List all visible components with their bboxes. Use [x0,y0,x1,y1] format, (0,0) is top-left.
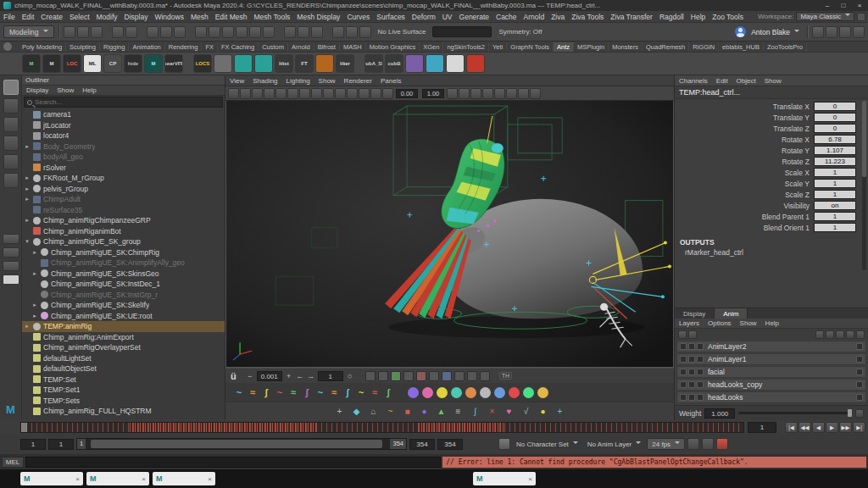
add-empty-layer-icon[interactable] [856,330,865,339]
snap-projected-center-icon[interactable] [236,26,248,38]
step-back-button[interactable]: ◀ [812,422,825,433]
taskbar-window-button[interactable]: M × [153,472,215,485]
shelf-item-button[interactable] [254,54,273,73]
taskbar-window-button[interactable]: M × [20,472,83,485]
channel-row[interactable]: Rotate X 6.78 [675,134,868,145]
channel-box-menu-item[interactable]: Channels [675,77,712,85]
close-icon[interactable]: × [75,475,80,483]
anim-layer-row[interactable]: headLooks_copy [676,379,866,391]
outliner-item[interactable]: Chimp_animRigUE_SK:AnimplifyAlly_geo [22,258,225,269]
animbot-shelf-icon[interactable]: ● [419,407,431,416]
animation-end-field[interactable]: 354 [437,439,463,450]
animbot-shelf-icon[interactable]: √ [520,407,532,416]
shelf-item-button[interactable]: cubA_SF [364,54,383,73]
auto-keyframe-icon[interactable] [716,438,728,450]
outliner-item[interactable]: defaultObjectSet [22,363,225,374]
symmetry-label[interactable]: Symmetry: Off [498,28,542,36]
outliner-item[interactable]: ▸ Chimp_animRigUE_SK:SkelIfy [22,300,225,311]
curve-preset-icon[interactable]: ∫ [300,387,314,397]
range-slider[interactable]: 1 354 [76,438,407,450]
gamma-field[interactable]: 1.00 [422,89,444,98]
layer-editor-menu-item[interactable]: Options [704,319,736,327]
channel-row[interactable]: Visibility on [675,200,868,211]
expand-icon[interactable]: ▸ [24,196,31,202]
channel-name[interactable]: Scale Y [675,180,814,188]
channel-box-menu-item[interactable]: Show [760,77,786,85]
animbot-picker-icon[interactable] [465,387,476,398]
animbot-shelf-icon[interactable]: × [487,407,498,416]
curve-preset-icon[interactable]: ≈ [287,387,300,397]
animbot-tool-icon[interactable] [416,371,426,381]
menu-item[interactable]: Arnold [520,13,548,21]
outliner-menu-item[interactable]: Display [22,86,53,94]
outliner-item[interactable]: reSurface35 [22,205,225,216]
shelf-tab[interactable]: Motion Graphics [366,42,420,52]
layer-solo-icon[interactable] [688,356,695,363]
channel-name[interactable]: Rotate Z [675,158,814,166]
layer-lock-icon[interactable] [697,343,704,350]
shelf-item-button[interactable]: LOCS [193,54,212,73]
outliner-search[interactable] [24,97,223,108]
menu-item[interactable]: Edit [19,13,38,21]
taskbar-window-button[interactable]: M × [86,472,149,485]
animbot-tool-icon[interactable] [480,371,490,381]
command-line-error[interactable]: // Error: line 1: Cannot find procedure … [442,457,866,468]
range-end-handle[interactable]: 354 [390,439,406,449]
snap-point-icon[interactable] [222,26,234,38]
character-set-menu[interactable]: No Character Set [516,441,578,448]
channel-value-field[interactable]: 0 [814,113,856,122]
outliner-item[interactable]: ▾ Chimp_animRigUE_SK_group [22,236,225,247]
workspace-select[interactable]: Maya Classic [796,12,854,21]
expand-icon[interactable]: ▸ [31,270,38,277]
range-start-handle[interactable]: 1 [77,439,86,449]
channel-name[interactable]: Blend Orient 1 [675,224,814,232]
workspace-lock-icon[interactable] [857,13,865,21]
taskbar-window-button[interactable]: M × [473,472,536,485]
shelf-item-button[interactable] [466,54,485,73]
layer-mute-icon[interactable] [680,356,687,363]
shelf-tab[interactable]: Bifrost [314,42,340,52]
tween-decrease-button[interactable]: − [246,372,254,380]
channel-name[interactable]: Translate Y [675,114,814,122]
curve-preset-icon[interactable]: ∫ [381,387,395,397]
outliner-item[interactable]: ▸ Chimp_animRigUE_SK:ChimpRig [22,247,225,258]
play-button[interactable]: ▶ [826,422,838,433]
panel-menu-item[interactable]: Panels [376,77,405,85]
set-key-icon[interactable] [498,438,510,450]
channel-box-toggle-icon[interactable] [839,26,851,38]
playback-end-field[interactable]: 354 [409,439,435,450]
expand-icon[interactable]: ▸ [31,249,38,256]
layer-search-icon[interactable] [688,330,697,339]
expand-icon[interactable]: ▸ [31,302,38,308]
expand-icon[interactable]: ▸ [31,313,38,319]
animbot-logo[interactable]: ü [231,371,236,381]
channel-row[interactable]: Scale Z 1 [675,189,868,200]
weight-key-icon[interactable] [855,409,864,418]
channel-name[interactable]: Translate X [675,103,814,111]
shelf-tab[interactable]: RiGGiN [689,42,719,52]
shelf-item-button[interactable]: bearVFF [164,54,183,73]
prev-key-icon[interactable]: ← [296,372,304,380]
grid-icon[interactable] [311,88,322,99]
shelf-gear-icon[interactable] [3,42,12,51]
shelf-tab[interactable]: Sculpting [66,42,100,52]
menu-item[interactable]: Help [687,13,709,21]
shelf-item-button[interactable] [405,54,424,73]
channel-value-field[interactable]: 1 [814,212,856,221]
animbot-tool-icon[interactable] [467,371,477,381]
open-scene-icon[interactable] [77,26,89,38]
channel-name[interactable]: Blend Parent 1 [675,213,814,221]
curve-preset-icon[interactable]: ~ [314,387,327,397]
outliner-menu-item[interactable]: Help [78,86,100,94]
channel-name[interactable]: Scale Z [675,191,814,199]
isolate-select-icon[interactable] [447,88,458,99]
layer-editor-tab[interactable]: Anim [715,308,748,319]
time-slider[interactable] [20,422,744,433]
menu-item[interactable]: Ziva Transfer [607,13,656,21]
outliner-item[interactable]: ▸ ChimpAdult [22,194,225,205]
outputs-node[interactable]: rMarker_head_ctrl [675,248,868,257]
film-gate-icon[interactable] [323,88,334,99]
safe-action-icon[interactable] [370,88,381,99]
channel-value-field[interactable]: 1 [814,190,856,199]
weight-slider-thumb[interactable] [848,409,852,417]
